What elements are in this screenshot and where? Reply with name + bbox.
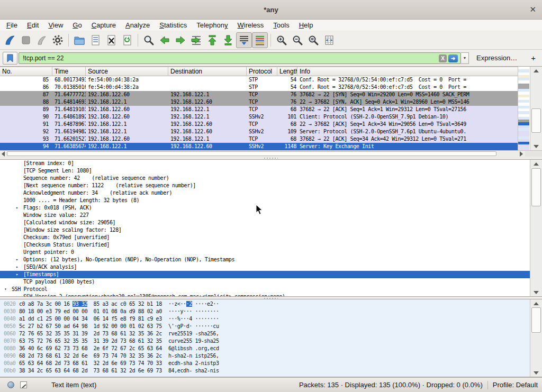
vscroll-thumb[interactable] <box>531 108 541 133</box>
hex-row-0030[interactable]: 003080 18 00 e3 79 ed 00 00 01 01 08 0a … <box>0 308 542 315</box>
collapsed-arrow-icon[interactable]: ▸ <box>16 271 18 278</box>
detail-line[interactable]: [Calculated window size: 29056] <box>0 219 542 226</box>
scroll-down-icon[interactable] <box>531 289 541 296</box>
scroll-up-icon[interactable] <box>531 300 541 307</box>
filter-clear-icon[interactable]: X <box>439 54 447 62</box>
hex-row-00b0[interactable]: 00b038 34 2c 65 63 64 68 2d 73 68 61 32 … <box>0 367 542 375</box>
hex-row-0050[interactable]: 00505c 27 b2 67 50 ad 64 98 1d 92 00 00 … <box>0 323 542 330</box>
capture-comment-icon[interactable] <box>20 381 27 388</box>
scroll-down-icon[interactable] <box>531 369 541 376</box>
packet-list-vscrollbar[interactable] <box>530 67 542 150</box>
detail-line[interactable]: ▸SSH Version 2 (encryption:chacha20-poly… <box>0 293 542 297</box>
hex-row-0070[interactable]: 007063 75 72 76 65 32 35 35 31 39 2d 73 … <box>0 338 542 345</box>
close-icon[interactable]: ✕ <box>529 0 536 19</box>
start-capture-button[interactable] <box>2 32 18 48</box>
collapsed-arrow-icon[interactable]: ▸ <box>16 263 18 271</box>
filter-history-dropdown[interactable]: ▼ <box>461 52 469 64</box>
scroll-up-icon[interactable] <box>531 160 541 167</box>
vscroll-thumb[interactable] <box>531 168 541 206</box>
auto-scroll-button[interactable] <box>236 32 252 48</box>
details-vscrollbar[interactable] <box>530 160 542 296</box>
bytes-vscrollbar[interactable] <box>530 299 542 377</box>
profile-status[interactable]: Profile: Default <box>493 381 538 389</box>
title-bar[interactable]: *any ✕ <box>0 0 542 20</box>
open-file-button[interactable] <box>71 32 87 48</box>
scroll-left-icon[interactable] <box>0 151 6 157</box>
hex-row-0040[interactable]: 0040a1 dd c1 25 00 00 04 34 06 14 f5 e8 … <box>0 315 542 323</box>
column-header-destination[interactable]: Destination <box>168 67 247 76</box>
collapsed-arrow-icon[interactable]: ▸ <box>16 293 18 297</box>
menu-wireless[interactable]: Wireless <box>233 20 269 31</box>
scroll-right-icon[interactable] <box>518 151 525 157</box>
packet-row-92[interactable]: 9271.661949820192.168.122.1192.168.122.6… <box>0 128 518 135</box>
detail-line[interactable]: Window size value: 227 <box>0 212 542 219</box>
detail-line[interactable]: Sequence number: 42 (relative sequence n… <box>0 175 542 182</box>
filter-bookmark-button[interactable] <box>3 52 17 65</box>
packet-row-87[interactable]: 8771.647777234192.168.122.60192.168.122.… <box>0 91 518 98</box>
vscroll-thumb[interactable] <box>531 307 541 333</box>
packet-list-hscrollbar[interactable] <box>0 150 525 157</box>
zoom-in-button[interactable] <box>274 32 290 48</box>
capture-options-button[interactable] <box>50 32 66 48</box>
detail-line[interactable]: ▸Flags: 0x018 (PSH, ACK) <box>0 204 542 212</box>
menu-view[interactable]: View <box>43 20 68 31</box>
expression-button[interactable]: Expression… <box>476 54 517 62</box>
column-header-source[interactable]: Source <box>86 67 168 76</box>
packet-row-94[interactable]: 9471.663856741192.168.122.1192.168.122.6… <box>0 143 518 150</box>
detail-line[interactable]: TCP payload (1080 bytes) <box>0 278 542 286</box>
restart-capture-button[interactable] <box>34 32 50 48</box>
column-header-no[interactable]: No. <box>0 67 52 76</box>
menu-help[interactable]: Help <box>294 20 318 31</box>
detail-line[interactable]: Urgent pointer: 0 <box>0 249 542 256</box>
column-header-protocol[interactable]: Protocol <box>247 67 277 76</box>
zoom-100-button[interactable] <box>305 32 321 48</box>
stop-capture-button[interactable] <box>18 32 34 48</box>
intelligent-scrollbar-minimap[interactable] <box>518 67 529 150</box>
menu-go[interactable]: Go <box>68 20 86 31</box>
go-back-button[interactable] <box>157 32 173 48</box>
collapsed-arrow-icon[interactable]: ▸ <box>16 204 18 212</box>
detail-line[interactable]: 1000 .... = Header Length: 32 bytes (8) <box>0 197 542 204</box>
packet-row-85[interactable]: 8568.001734936fe:54:00:d4:38:2aSTP54Conf… <box>0 76 518 84</box>
add-filter-button[interactable]: + <box>531 53 536 62</box>
detail-line[interactable]: [Stream index: 0] <box>0 160 542 167</box>
menu-telephony[interactable]: Telephony <box>192 20 232 31</box>
detail-line[interactable]: Acknowledgment number: 34 (relative ack … <box>0 189 542 197</box>
hex-row-0060[interactable]: 006072 76 65 32 35 35 31 39 2d 73 68 61 … <box>0 330 542 338</box>
menu-analyze[interactable]: Analyze <box>121 20 155 31</box>
packet-row-91[interactable]: 9171.648789678192.168.122.1192.168.122.6… <box>0 121 518 128</box>
detail-line[interactable]: [Next sequence number: 1122 (relative se… <box>0 182 542 189</box>
detail-line[interactable]: [TCP Segment Len: 1080] <box>0 167 542 175</box>
detail-line[interactable]: [Window size scaling factor: 128] <box>0 226 542 234</box>
filter-apply-icon[interactable]: ➜ <box>448 54 458 62</box>
collapsed-arrow-icon[interactable]: ▸ <box>16 256 18 263</box>
zoom-out-button[interactable] <box>290 32 305 48</box>
display-filter-input[interactable]: !tcp.port == 22 X ➜ <box>19 52 461 64</box>
detail-line[interactable]: ▸[SEQ/ACK analysis] <box>0 263 542 271</box>
packet-row-86[interactable]: 8670.013850163fe:54:00:d4:38:2aSTP54Conf… <box>0 84 518 91</box>
menu-tools[interactable]: Tools <box>268 20 294 31</box>
detail-line[interactable]: ▾SSH Protocol <box>0 286 542 293</box>
save-file-button[interactable] <box>87 32 103 48</box>
go-to-packet-button[interactable] <box>188 32 204 48</box>
hex-row-0020[interactable]: 0020c0 a8 7a 3c 00 16 93 32 85 a3 ac c0 … <box>0 300 542 308</box>
menu-file[interactable]: File <box>2 20 22 31</box>
column-header-length[interactable]: Length <box>277 67 297 76</box>
packet-row-93[interactable]: 9371.662015274192.168.122.60192.168.122.… <box>0 135 518 143</box>
packet-row-90[interactable]: 9071.648618924192.168.122.60192.168.122.… <box>0 113 518 121</box>
scroll-up-icon[interactable] <box>531 67 541 74</box>
colorize-button[interactable] <box>252 32 268 48</box>
expanded-arrow-icon[interactable]: ▾ <box>4 286 6 293</box>
detail-line[interactable]: Checksum: 0x79ed [unverified] <box>0 234 542 241</box>
find-packet-button[interactable] <box>141 32 157 48</box>
detail-line-selected[interactable]: ▸[Timestamps] <box>0 271 542 278</box>
column-header-info[interactable]: Info <box>297 67 518 76</box>
close-file-button[interactable] <box>103 32 119 48</box>
detail-line[interactable]: ▸Options: (12 bytes), No-Operation (NOP)… <box>0 256 542 263</box>
hex-row-00a0[interactable]: 00a065 63 64 68 2d 73 68 61 32 2d 6e 69 … <box>0 360 542 367</box>
column-header-time[interactable]: Time <box>52 67 86 76</box>
hex-row-0090[interactable]: 009068 2d 73 68 61 32 2d 6e 69 73 74 70 … <box>0 352 542 360</box>
menu-capture[interactable]: Capture <box>87 20 121 31</box>
packet-row-88[interactable]: 8871.648146932192.168.122.1192.168.122.6… <box>0 98 518 106</box>
go-first-button[interactable] <box>204 32 220 48</box>
